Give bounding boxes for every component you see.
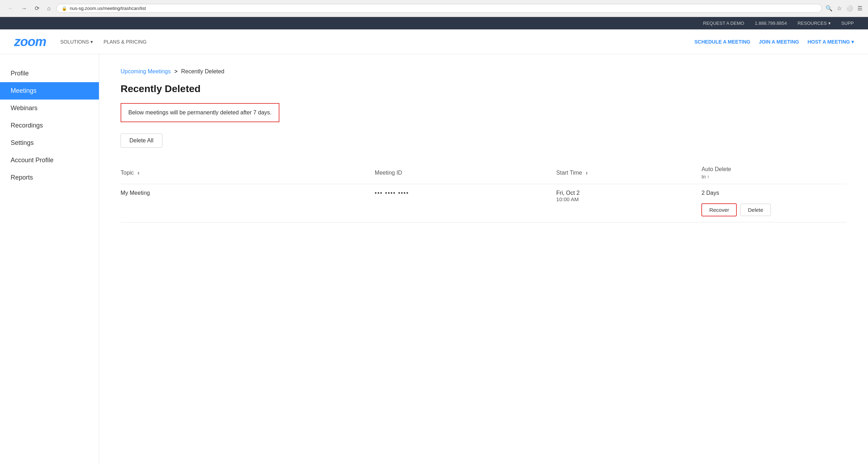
- topic-value: My Meeting: [121, 190, 150, 196]
- main-content: Upcoming Meetings > Recently Deleted Rec…: [99, 54, 868, 464]
- meeting-id-value: ••• •••• ••••: [375, 190, 409, 196]
- breadcrumb-current: Recently Deleted: [181, 68, 224, 75]
- sidebar-item-settings[interactable]: Settings: [0, 134, 99, 152]
- request-demo-link[interactable]: REQUEST A DEMO: [703, 21, 744, 26]
- sidebar-meetings-label: Meetings: [11, 87, 37, 94]
- sidebar: Profile Meetings Webinars Recordings Set…: [0, 54, 99, 464]
- solutions-label: SOLUTIONS: [60, 39, 89, 45]
- breadcrumb: Upcoming Meetings > Recently Deleted: [121, 68, 847, 75]
- zoom-logo[interactable]: zoom: [14, 34, 46, 49]
- warning-message: Below meetings will be permanently delet…: [128, 109, 272, 115]
- solutions-arrow: ▾: [90, 39, 93, 45]
- star-icon[interactable]: ☆: [837, 5, 842, 12]
- row-delete-button[interactable]: Delete: [740, 204, 770, 216]
- sidebar-settings-label: Settings: [11, 139, 34, 146]
- sidebar-profile-label: Profile: [11, 70, 29, 77]
- resources-menu[interactable]: RESOURCES ▾: [797, 21, 830, 26]
- breadcrumb-separator: >: [174, 68, 177, 75]
- topic-sort-icon[interactable]: ⬍: [137, 171, 140, 175]
- schedule-meeting-link[interactable]: SCHEDULE A MEETING: [695, 39, 751, 45]
- auto-delete-cell: 2 Days Recover Delete: [701, 184, 847, 222]
- breadcrumb-parent-link[interactable]: Upcoming Meetings: [121, 68, 171, 75]
- header-actions: SCHEDULE A MEETING JOIN A MEETING HOST A…: [695, 39, 854, 45]
- sidebar-item-meetings[interactable]: Meetings: [0, 82, 99, 100]
- sidebar-item-recordings[interactable]: Recordings: [0, 117, 99, 134]
- lock-icon: 🔒: [62, 6, 67, 11]
- solutions-nav-item[interactable]: SOLUTIONS ▾: [60, 39, 93, 45]
- resources-label: RESOURCES: [797, 21, 827, 26]
- start-time-header-label: Start Time: [556, 170, 582, 176]
- auto-delete-sub-sort-icon[interactable]: ↑: [707, 174, 710, 180]
- back-button[interactable]: ←: [6, 4, 16, 13]
- support-link[interactable]: SUPP: [841, 21, 854, 26]
- start-date-value: Fri, Oct 2: [556, 190, 696, 196]
- auto-delete-value: 2 Days: [701, 190, 841, 196]
- main-layout: Profile Meetings Webinars Recordings Set…: [0, 54, 868, 464]
- home-button[interactable]: ⌂: [45, 4, 53, 13]
- sidebar-account-profile-label: Account Profile: [11, 157, 54, 164]
- meetings-table: Topic ⬍ Meeting ID Start Time ⬍ Auto Del…: [121, 162, 847, 222]
- start-time-value: 10:00 AM: [556, 196, 696, 202]
- browser-chrome: ← → ⟳ ⌂ 🔒 nus-sg.zoom.us/meeting/trashca…: [0, 0, 868, 17]
- sidebar-reports-label: Reports: [11, 174, 33, 181]
- address-bar[interactable]: 🔒 nus-sg.zoom.us/meeting/trashcan/list: [56, 4, 822, 13]
- auto-delete-sub-label: In: [701, 174, 706, 180]
- extensions-icon[interactable]: ☰: [857, 5, 862, 12]
- profile-icon[interactable]: ⚪: [846, 5, 853, 12]
- main-nav: SOLUTIONS ▾ PLANS & PRICING: [60, 39, 695, 45]
- meeting-id-header-label: Meeting ID: [375, 170, 402, 176]
- topic-cell: My Meeting: [121, 184, 375, 222]
- sidebar-item-profile[interactable]: Profile: [0, 65, 99, 82]
- browser-icons: 🔍 ☆ ⚪ ☰: [825, 5, 862, 12]
- auto-delete-header-container: Auto Delete In ↑: [701, 166, 841, 180]
- page-title: Recently Deleted: [121, 83, 847, 95]
- start-time-column-header: Start Time ⬍: [556, 162, 702, 184]
- join-meeting-link[interactable]: JOIN A MEETING: [759, 39, 799, 45]
- start-time-sort-icon[interactable]: ⬍: [585, 171, 588, 175]
- auto-delete-sub-header: In ↑: [701, 174, 841, 180]
- sidebar-webinars-label: Webinars: [11, 104, 38, 112]
- plans-pricing-label: PLANS & PRICING: [104, 39, 146, 45]
- host-meeting-link[interactable]: HOST A MEETING ▾: [807, 39, 854, 45]
- phone-number[interactable]: 1.888.799.8854: [755, 21, 787, 26]
- start-time-cell: Fri, Oct 2 10:00 AM: [556, 184, 702, 222]
- topic-column-header: Topic ⬍: [121, 162, 375, 184]
- meeting-id-cell: ••• •••• ••••: [375, 184, 556, 222]
- auto-delete-header-label: Auto Delete: [701, 166, 841, 172]
- auto-delete-column-header: Auto Delete In ↑: [701, 162, 847, 184]
- search-icon[interactable]: 🔍: [825, 5, 833, 12]
- url-text: nus-sg.zoom.us/meeting/trashcan/list: [70, 6, 146, 11]
- host-meeting-arrow: ▾: [851, 39, 854, 45]
- host-meeting-label: HOST A MEETING: [807, 39, 850, 45]
- recover-button[interactable]: Recover: [701, 203, 737, 216]
- topic-header-label: Topic: [121, 170, 134, 176]
- table-row: My Meeting ••• •••• •••• Fri, Oct 2 10:0…: [121, 184, 847, 222]
- meeting-id-column-header: Meeting ID: [375, 162, 556, 184]
- row-action-buttons: Recover Delete: [701, 203, 841, 216]
- sidebar-item-account-profile[interactable]: Account Profile: [0, 152, 99, 169]
- promo-bar: REQUEST A DEMO 1.888.799.8854 RESOURCES …: [0, 17, 868, 29]
- sidebar-item-reports[interactable]: Reports: [0, 169, 99, 186]
- sidebar-item-webinars[interactable]: Webinars: [0, 100, 99, 117]
- warning-box: Below meetings will be permanently delet…: [121, 103, 279, 122]
- site-header: zoom SOLUTIONS ▾ PLANS & PRICING SCHEDUL…: [0, 29, 868, 54]
- sidebar-recordings-label: Recordings: [11, 122, 43, 129]
- delete-all-button[interactable]: Delete All: [121, 134, 162, 148]
- forward-button[interactable]: →: [19, 4, 29, 13]
- resources-arrow: ▾: [828, 21, 831, 26]
- plans-pricing-nav-item[interactable]: PLANS & PRICING: [104, 39, 146, 45]
- reload-button[interactable]: ⟳: [33, 4, 41, 13]
